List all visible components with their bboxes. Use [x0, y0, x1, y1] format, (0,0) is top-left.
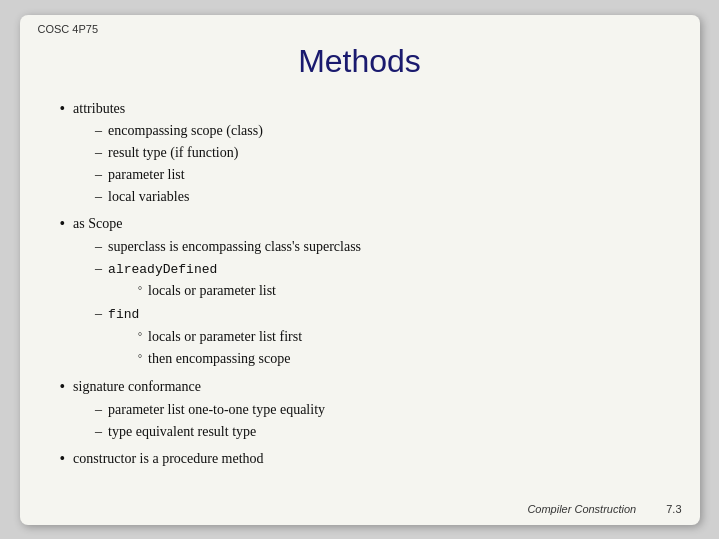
attr-sub-3: – parameter list	[95, 164, 659, 185]
slide: COSC 4P75 Methods • attributes – encompa…	[20, 15, 700, 525]
attributes-sub-list: – encompassing scope (class) – result ty…	[95, 120, 659, 207]
attr-sub-3-text: parameter list	[108, 164, 185, 185]
find-label: find	[108, 307, 139, 322]
attr-sub-1-text: encompassing scope (class)	[108, 120, 263, 141]
sig-sub-2: – type equivalent result type	[95, 421, 659, 442]
bullet-constructor-label: constructor is a procedure method	[73, 451, 264, 466]
sig-sub-1-text: parameter list one-to-one type equality	[108, 399, 325, 420]
slide-title: Methods	[60, 43, 660, 80]
attr-sub-4: – local variables	[95, 186, 659, 207]
dash-7: –	[95, 303, 102, 324]
bullet-dot-2: •	[60, 213, 66, 235]
scope-sub-list: – superclass is encompassing class's sup…	[95, 236, 659, 370]
course-label: COSC 4P75	[38, 23, 99, 35]
signature-sub-list: – parameter list one-to-one type equalit…	[95, 399, 659, 442]
already-defined-label: alreadyDefined	[108, 262, 217, 277]
scope-sub-3: – find ° locals or parameter list first …	[95, 303, 659, 370]
find-sub-1-text: locals or parameter list first	[148, 326, 302, 347]
dash-1: –	[95, 120, 102, 141]
dash-4: –	[95, 186, 102, 207]
circle-1: °	[138, 283, 142, 298]
find-sub-1: ° locals or parameter list first	[138, 326, 302, 347]
bullet-signature: • signature conformance – parameter list…	[60, 376, 660, 444]
sig-sub-2-text: type equivalent result type	[108, 421, 256, 442]
bullet-attributes: • attributes – encompassing scope (class…	[60, 98, 660, 210]
attr-sub-4-text: local variables	[108, 186, 189, 207]
already-sub-1-text: locals or parameter list	[148, 280, 276, 301]
footer-page: 7.3	[666, 503, 681, 515]
footer-label: Compiler Construction	[527, 503, 636, 515]
scope-sub-1: – superclass is encompassing class's sup…	[95, 236, 659, 257]
dash-8: –	[95, 399, 102, 420]
find-sub-2: ° then encompassing scope	[138, 348, 302, 369]
circle-3: °	[138, 351, 142, 366]
bullet-attributes-label: attributes	[73, 101, 125, 116]
dash-6: –	[95, 258, 102, 279]
bullet-scope-label: as Scope	[73, 216, 122, 231]
bullet-scope: • as Scope – superclass is encompassing …	[60, 213, 660, 372]
attr-sub-2: – result type (if function)	[95, 142, 659, 163]
dash-9: –	[95, 421, 102, 442]
scope-sub-2: – alreadyDefined ° locals or parameter l…	[95, 258, 659, 303]
attr-sub-1: – encompassing scope (class)	[95, 120, 659, 141]
bullet-constructor: • constructor is a procedure method	[60, 448, 660, 470]
bullet-dot-1: •	[60, 98, 66, 120]
circle-2: °	[138, 329, 142, 344]
bullet-dot-4: •	[60, 448, 66, 470]
already-defined-sub: ° locals or parameter list	[138, 280, 276, 301]
dash-2: –	[95, 142, 102, 163]
slide-footer: Compiler Construction 7.3	[527, 503, 681, 515]
already-sub-1: ° locals or parameter list	[138, 280, 276, 301]
slide-content: • attributes – encompassing scope (class…	[60, 98, 660, 470]
sig-sub-1: – parameter list one-to-one type equalit…	[95, 399, 659, 420]
bullet-dot-3: •	[60, 376, 66, 398]
find-sub-2-text: then encompassing scope	[148, 348, 290, 369]
bullet-signature-label: signature conformance	[73, 379, 201, 394]
attr-sub-2-text: result type (if function)	[108, 142, 238, 163]
find-sub: ° locals or parameter list first ° then …	[138, 326, 302, 369]
scope-sub-1-text: superclass is encompassing class's super…	[108, 236, 361, 257]
dash-3: –	[95, 164, 102, 185]
dash-5: –	[95, 236, 102, 257]
